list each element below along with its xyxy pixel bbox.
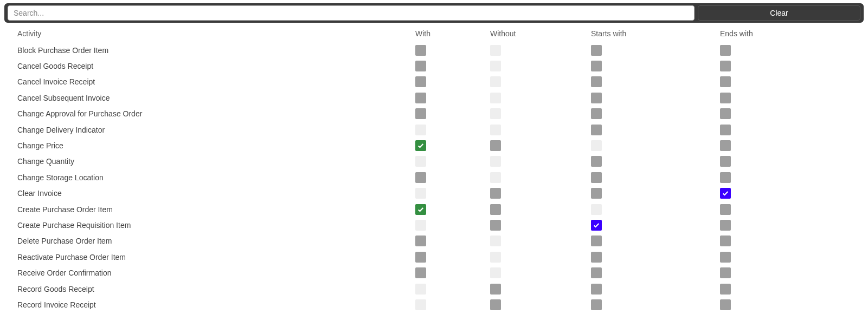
checkbox-without[interactable] bbox=[490, 204, 501, 215]
checkbox-ends[interactable] bbox=[720, 284, 731, 295]
checkbox-starts[interactable] bbox=[591, 172, 602, 183]
checkbox-without[interactable] bbox=[490, 108, 501, 119]
checkbox-with[interactable] bbox=[415, 284, 426, 295]
checkbox-without[interactable] bbox=[490, 140, 501, 151]
cell-starts bbox=[591, 140, 720, 151]
checkbox-starts[interactable] bbox=[591, 108, 602, 119]
cell-without bbox=[490, 172, 591, 183]
checkbox-without[interactable] bbox=[490, 299, 501, 310]
checkbox-without[interactable] bbox=[490, 267, 501, 278]
checkbox-without[interactable] bbox=[490, 93, 501, 103]
checkbox-ends[interactable] bbox=[720, 236, 731, 246]
activity-row: Clear Invoice bbox=[4, 186, 867, 201]
checkbox-starts[interactable] bbox=[591, 93, 602, 103]
checkbox-with[interactable] bbox=[415, 108, 426, 119]
checkbox-without[interactable] bbox=[490, 284, 501, 295]
cell-ends bbox=[720, 93, 801, 103]
checkbox-with[interactable] bbox=[415, 140, 426, 151]
checkbox-ends[interactable] bbox=[720, 45, 731, 56]
checkbox-with[interactable] bbox=[415, 188, 426, 199]
checkbox-without[interactable] bbox=[490, 125, 501, 135]
checkbox-with[interactable] bbox=[415, 156, 426, 167]
checkbox-ends[interactable] bbox=[720, 267, 731, 278]
checkbox-starts[interactable] bbox=[591, 125, 602, 135]
checkbox-ends[interactable] bbox=[720, 220, 731, 231]
checkbox-with[interactable] bbox=[415, 236, 426, 246]
checkbox-ends[interactable] bbox=[720, 188, 731, 199]
checkbox-with[interactable] bbox=[415, 76, 426, 87]
checkbox-ends[interactable] bbox=[720, 125, 731, 135]
search-input[interactable] bbox=[8, 5, 695, 21]
cell-with bbox=[415, 93, 490, 103]
checkbox-starts[interactable] bbox=[591, 252, 602, 263]
cell-with bbox=[415, 76, 490, 87]
check-icon bbox=[722, 189, 729, 197]
checkbox-starts[interactable] bbox=[591, 188, 602, 199]
checkbox-starts[interactable] bbox=[591, 267, 602, 278]
header-row: Activity With Without Starts with Ends w… bbox=[4, 25, 867, 42]
cell-ends bbox=[720, 267, 801, 278]
checkbox-starts[interactable] bbox=[591, 236, 602, 246]
checkbox-starts[interactable] bbox=[591, 76, 602, 87]
activity-label: Cancel Goods Receipt bbox=[17, 62, 415, 70]
checkbox-ends[interactable] bbox=[720, 93, 731, 103]
checkbox-with[interactable] bbox=[415, 252, 426, 263]
checkbox-with[interactable] bbox=[415, 267, 426, 278]
activity-label: Change Delivery Indicator bbox=[17, 126, 415, 134]
checkbox-without[interactable] bbox=[490, 252, 501, 263]
activity-row: Cancel Goods Receipt bbox=[4, 58, 867, 74]
checkbox-starts[interactable] bbox=[591, 156, 602, 167]
cell-with bbox=[415, 204, 490, 215]
checkbox-starts[interactable] bbox=[591, 204, 602, 215]
checkbox-with[interactable] bbox=[415, 220, 426, 231]
checkbox-ends[interactable] bbox=[720, 252, 731, 263]
header-starts: Starts with bbox=[591, 29, 720, 38]
checkbox-without[interactable] bbox=[490, 236, 501, 246]
checkbox-starts[interactable] bbox=[591, 45, 602, 56]
checkbox-ends[interactable] bbox=[720, 76, 731, 87]
checkbox-ends[interactable] bbox=[720, 108, 731, 119]
activity-row: Reactivate Purchase Order Item bbox=[4, 249, 867, 265]
checkbox-starts[interactable] bbox=[591, 140, 602, 151]
checkbox-without[interactable] bbox=[490, 76, 501, 87]
activity-table-scroll[interactable]: Activity With Without Starts with Ends w… bbox=[4, 25, 867, 312]
cell-without bbox=[490, 125, 591, 135]
checkbox-with[interactable] bbox=[415, 45, 426, 56]
checkbox-with[interactable] bbox=[415, 172, 426, 183]
cell-ends bbox=[720, 252, 801, 263]
checkbox-starts[interactable] bbox=[591, 284, 602, 295]
checkbox-without[interactable] bbox=[490, 172, 501, 183]
checkbox-starts[interactable] bbox=[591, 220, 602, 231]
checkbox-with[interactable] bbox=[415, 299, 426, 310]
cell-starts bbox=[591, 76, 720, 87]
checkbox-starts[interactable] bbox=[591, 299, 602, 310]
checkbox-ends[interactable] bbox=[720, 156, 731, 167]
checkbox-without[interactable] bbox=[490, 61, 501, 71]
checkbox-with[interactable] bbox=[415, 204, 426, 215]
checkbox-ends[interactable] bbox=[720, 140, 731, 151]
cell-without bbox=[490, 252, 591, 263]
cell-with bbox=[415, 236, 490, 246]
checkbox-ends[interactable] bbox=[720, 299, 731, 310]
checkbox-without[interactable] bbox=[490, 220, 501, 231]
check-icon bbox=[593, 221, 600, 229]
cell-starts bbox=[591, 108, 720, 119]
cell-without bbox=[490, 76, 591, 87]
cell-with bbox=[415, 45, 490, 56]
checkbox-ends[interactable] bbox=[720, 172, 731, 183]
cell-ends bbox=[720, 61, 801, 71]
checkbox-ends[interactable] bbox=[720, 61, 731, 71]
checkbox-with[interactable] bbox=[415, 61, 426, 71]
cell-with bbox=[415, 172, 490, 183]
clear-button[interactable]: Clear bbox=[698, 5, 860, 21]
checkbox-without[interactable] bbox=[490, 188, 501, 199]
cell-ends bbox=[720, 220, 801, 231]
checkbox-without[interactable] bbox=[490, 45, 501, 56]
checkbox-with[interactable] bbox=[415, 93, 426, 103]
checkbox-with[interactable] bbox=[415, 125, 426, 135]
checkbox-starts[interactable] bbox=[591, 61, 602, 71]
activity-row: Record Invoice Receipt bbox=[4, 297, 867, 312]
checkbox-without[interactable] bbox=[490, 156, 501, 167]
cell-starts bbox=[591, 61, 720, 71]
checkbox-ends[interactable] bbox=[720, 204, 731, 215]
